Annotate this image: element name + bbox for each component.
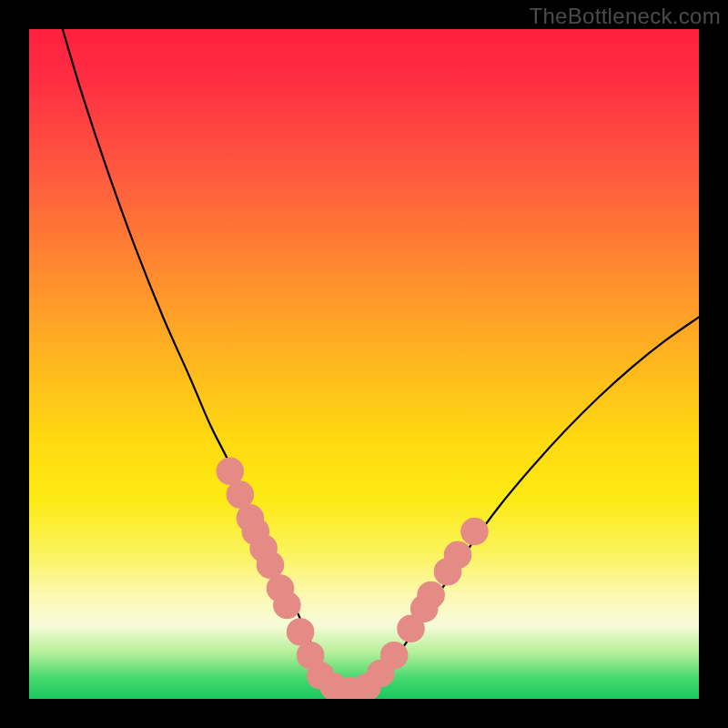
highlighted-point bbox=[461, 518, 488, 544]
highlighted-point bbox=[257, 551, 283, 578]
highlighted-points-group bbox=[217, 458, 488, 699]
chart-frame: TheBottleneck.com bbox=[0, 0, 728, 728]
highlighted-point bbox=[418, 581, 444, 608]
highlighted-point bbox=[380, 642, 407, 668]
highlighted-point bbox=[444, 541, 470, 568]
highlighted-point bbox=[227, 481, 253, 508]
watermark-text: TheBottleneck.com bbox=[529, 4, 721, 29]
bottleneck-curve bbox=[63, 29, 699, 693]
plot-area bbox=[29, 29, 699, 699]
highlighted-point bbox=[287, 619, 313, 645]
highlighted-point bbox=[217, 458, 243, 484]
chart-overlay-svg bbox=[29, 29, 699, 699]
highlighted-point bbox=[274, 592, 300, 618]
